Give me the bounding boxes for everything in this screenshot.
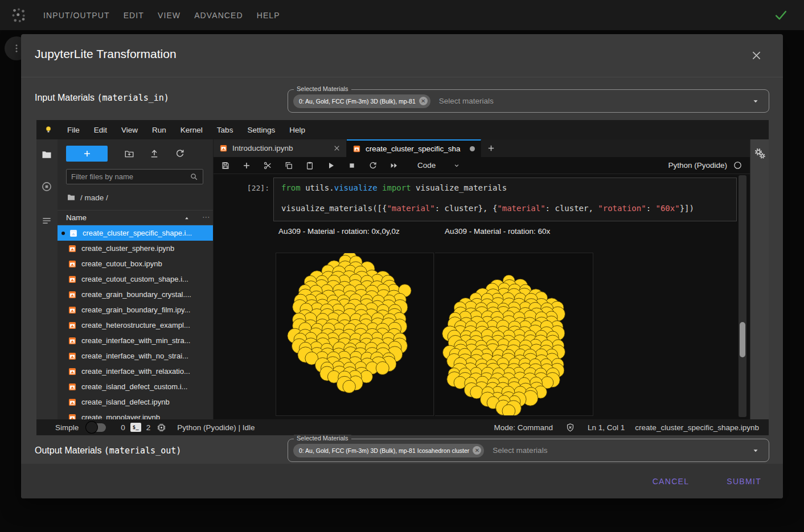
jmenu-tabs[interactable]: Tabs	[217, 126, 233, 134]
chip-remove-icon[interactable]: ✕	[419, 97, 428, 105]
kernel-status-icon[interactable]	[733, 160, 743, 170]
sort-ascending-icon[interactable]	[183, 215, 190, 222]
file-list-item[interactable]: create_island_defect_custom.i...	[58, 379, 213, 394]
settings-gears-icon[interactable]	[754, 147, 766, 159]
file-list-item[interactable]: create_interface_with_relaxatio...	[58, 364, 213, 379]
jmenu-kernel[interactable]: Kernel	[181, 126, 203, 134]
cut-cell-icon[interactable]	[263, 161, 272, 170]
file-browser-icon[interactable]	[41, 149, 52, 160]
code-cell-editor[interactable]: from utils.visualize import visualize_ma…	[273, 178, 737, 221]
file-list-item[interactable]: create_island_defect.ipynb	[58, 394, 213, 410]
code-line-1: from utils.visualize import visualize_ma…	[281, 183, 507, 192]
refresh-files-icon[interactable]	[175, 149, 185, 159]
dropdown-caret-icon[interactable]	[752, 447, 760, 455]
menu-view[interactable]: VIEW	[158, 11, 181, 20]
file-browser-panel: / made / Name ⋯ create_cluster_specific_…	[58, 139, 214, 419]
interrupt-kernel-icon[interactable]	[347, 161, 356, 170]
tab-close-icon[interactable]	[333, 145, 341, 152]
header-more-icon[interactable]: ⋯	[202, 212, 211, 221]
menu-help[interactable]: HELP	[257, 11, 280, 20]
kernel-count[interactable]: 2	[146, 423, 151, 432]
notebook-file-icon	[68, 244, 77, 253]
menu-edit[interactable]: EDIT	[124, 11, 144, 20]
file-list-item[interactable]: create_heterostructure_exampl...	[58, 317, 213, 333]
save-icon[interactable]	[221, 161, 230, 170]
paste-cell-icon[interactable]	[305, 161, 314, 170]
dialog-footer: CANCEL SUBMIT	[21, 464, 783, 498]
app-logo-icon[interactable]	[10, 7, 27, 24]
table-of-contents-icon[interactable]	[41, 215, 52, 226]
gold-cluster-visualization-1	[276, 253, 433, 415]
input-materials-select[interactable]: Selected Materials 0: Au, Gold, FCC (Fm-…	[288, 89, 769, 113]
notebook-file-icon	[68, 290, 77, 299]
output-materials-label: Output Materials (materials_out)	[35, 446, 181, 456]
kernel-status-text[interactable]: Python (Pyodide) | Idle	[177, 423, 255, 432]
new-launcher-button[interactable]	[66, 146, 108, 162]
trust-shield-icon[interactable]	[565, 423, 575, 432]
kernel-name[interactable]: Python (Pyodide)	[668, 161, 727, 170]
menu-input-output[interactable]: INPUT/OUTPUT	[43, 11, 110, 20]
output-material-chip[interactable]: 0: Au, Gold, FCC (Fm-3m) 3D (Bulk), mp-8…	[293, 444, 484, 457]
new-tab-button[interactable]	[481, 139, 501, 157]
file-list-item[interactable]: create_interface_with_no_strai...	[58, 348, 213, 364]
notebook-file-icon	[68, 321, 77, 330]
file-list-item[interactable]: create_monolayer.ipynb	[58, 410, 213, 419]
file-list-item[interactable]: create_cluster_specific_shape.i...	[58, 225, 213, 241]
scrollbar-thumb[interactable]	[740, 322, 745, 357]
add-cell-icon[interactable]	[242, 161, 251, 170]
restart-kernel-icon[interactable]	[368, 161, 378, 170]
file-list-item[interactable]: create_grain_boundary_crystal....	[58, 287, 213, 302]
cluster-plot-2[interactable]	[435, 253, 593, 416]
dropdown-caret-icon[interactable]	[752, 97, 760, 105]
restart-run-all-icon[interactable]	[389, 161, 399, 170]
input-material-chip[interactable]: 0: Au, Gold, FCC (Fm-3m) 3D (Bulk), mp-8…	[293, 94, 430, 108]
jmenu-view[interactable]: View	[121, 126, 138, 134]
input-materials-variable: (materials_in)	[97, 93, 169, 103]
cell-type-dropdown[interactable]: Code	[417, 161, 461, 170]
terminal-count[interactable]: 0	[121, 423, 125, 432]
statusbar-filename: create_cluster_specific_shape.ipynb	[635, 423, 759, 432]
cursor-position[interactable]: Ln 1, Col 1	[588, 423, 625, 432]
jmenu-file[interactable]: File	[67, 126, 80, 134]
jmenu-settings[interactable]: Settings	[247, 126, 275, 134]
output-caption-1: Au309 - Material - rotation: 0x,0y,0z	[278, 227, 400, 236]
file-list-header[interactable]: Name ⋯	[58, 210, 213, 225]
unsaved-changes-dot[interactable]	[470, 146, 475, 151]
running-kernels-icon[interactable]	[41, 181, 52, 192]
file-list-item[interactable]: create_cluster_sphere.ipynb	[58, 241, 213, 256]
file-list-item[interactable]: create_interface_with_min_stra...	[58, 333, 213, 348]
tab-create-cluster-specific-shape[interactable]: create_cluster_specific_sha	[347, 139, 481, 157]
file-list-item[interactable]: create_cutout_box.ipynb	[58, 256, 213, 271]
file-list-item[interactable]: create_cutout_custom_shape.i...	[58, 271, 213, 287]
jmenu-help[interactable]: Help	[289, 126, 305, 134]
command-mode-indicator[interactable]: Mode: Command	[494, 423, 553, 432]
jupyterlite-logo-icon[interactable]	[44, 125, 53, 134]
output-materials-variable: (materials_out)	[104, 446, 181, 456]
jupyterlite-transformation-dialog: JupyterLite Transformation Input Materia…	[21, 34, 783, 498]
output-materials-select[interactable]: Selected Materials 0: Au, Gold, FCC (Fm-…	[288, 439, 769, 462]
terminal-icon: $_	[130, 423, 141, 432]
jmenu-edit[interactable]: Edit	[94, 126, 107, 134]
cancel-button[interactable]: CANCEL	[647, 472, 695, 490]
breadcrumb[interactable]: / made /	[67, 193, 108, 202]
dialog-close-icon[interactable]	[750, 50, 762, 61]
upload-icon[interactable]	[149, 149, 159, 159]
notebook-file-icon	[68, 398, 77, 407]
simple-mode-toggle[interactable]	[86, 423, 106, 432]
run-cell-icon[interactable]	[326, 161, 335, 170]
name-column-header[interactable]: Name	[66, 213, 87, 222]
copy-cell-icon[interactable]	[284, 161, 293, 170]
notebook-scrollbar[interactable]	[739, 175, 746, 417]
file-list-item[interactable]: create_grain_boundary_film.ipy...	[58, 302, 213, 317]
chip-remove-icon[interactable]: ✕	[473, 446, 481, 455]
new-folder-icon[interactable]	[124, 149, 134, 159]
tab-introduction[interactable]: Introduction.ipynb	[214, 139, 347, 157]
cluster-plot-1[interactable]	[276, 253, 434, 416]
notebook-content: [22]: from utils.visualize import visual…	[214, 174, 750, 419]
file-filter-input[interactable]	[71, 172, 190, 181]
input-materials-label: Input Materials (materials_in)	[35, 93, 169, 103]
submit-button[interactable]: SUBMIT	[721, 472, 767, 490]
menu-advanced[interactable]: ADVANCED	[194, 11, 243, 20]
jmenu-run[interactable]: Run	[152, 126, 166, 134]
file-filter[interactable]	[66, 169, 203, 184]
